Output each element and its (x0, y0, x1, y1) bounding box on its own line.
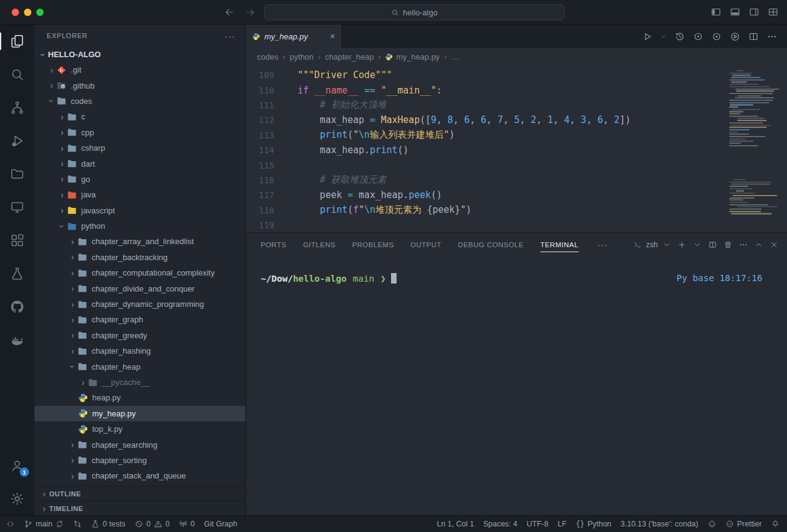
tree-item-python[interactable]: ›python (34, 218, 245, 234)
tree-item-chapter_heap[interactable]: ›chapter_heap (34, 359, 245, 374)
panel-tab-terminal[interactable]: TERMINAL (540, 233, 579, 256)
navigate-forward-icon[interactable] (245, 7, 256, 18)
new-terminal[interactable] (678, 240, 686, 249)
panel-tab-output[interactable]: OUTPUT (411, 233, 441, 256)
kill-terminal[interactable] (724, 240, 732, 249)
git-graph-status[interactable]: Git Graph (204, 516, 237, 532)
panel-tab-problems[interactable]: PROBLEMS (352, 233, 394, 256)
panel-tabs-more-icon[interactable]: ··· (598, 240, 608, 250)
minimap[interactable] (729, 70, 777, 215)
language-mode[interactable]: {}Python (576, 516, 612, 532)
breadcrumb-item-my_heap.py[interactable]: my_heap.py (385, 52, 440, 62)
customize-layout-icon[interactable] (768, 7, 778, 17)
tree-item-__pycache__[interactable]: ›__pycache__ (34, 375, 245, 390)
panel-tab-debug-console[interactable]: DEBUG CONSOLE (458, 233, 524, 256)
terminal-profiles-dropdown[interactable] (693, 240, 702, 249)
file-history-icon[interactable] (674, 31, 685, 42)
activity-item-search[interactable] (0, 58, 34, 91)
activity-item-docker[interactable] (0, 324, 34, 357)
tree-item-chapter_dynamic_programming[interactable]: ›chapter_dynamic_programming (34, 296, 245, 312)
tree-item-chapter_backtracking[interactable]: ›chapter_backtracking (34, 250, 245, 265)
terminal[interactable]: ~/Dow/hello-algo main ❯ Py base 18:17:16 (246, 256, 787, 515)
ports-status[interactable]: 0 (179, 516, 195, 532)
breadcrumb-item-chapter_heap[interactable]: chapter_heap (325, 52, 374, 62)
activity-item-source-control[interactable] (0, 91, 34, 124)
activity-item-settings[interactable] (0, 482, 34, 515)
activity-item-remote-explorer[interactable] (0, 191, 34, 224)
feedback[interactable] (708, 516, 716, 532)
activity-item-project-manager[interactable] (0, 157, 34, 191)
tree-item-csharp[interactable]: ›csharp (34, 140, 245, 156)
tests-status[interactable]: 0 tests (91, 516, 125, 532)
toggle-primary-sidebar-icon[interactable] (711, 7, 721, 17)
tree-item-codes[interactable]: ›codes (34, 93, 245, 109)
close-window-button[interactable] (12, 9, 19, 16)
remote-indicator[interactable] (6, 516, 15, 532)
minimize-window-button[interactable] (24, 9, 31, 16)
tree-item-cpp[interactable]: ›cpp (34, 125, 245, 140)
breadcrumb-item-[interactable]: … (451, 52, 459, 62)
tree-item-top_k.py[interactable]: top_k.py (34, 421, 245, 437)
sidebar-section-timeline[interactable]: ›TIMELINE (34, 501, 245, 515)
activity-item-explorer[interactable] (0, 25, 34, 58)
activity-item-extensions[interactable] (0, 224, 34, 257)
prettier-status[interactable]: Prettier (726, 516, 762, 532)
tree-item-java[interactable]: ›java (34, 187, 245, 202)
split-terminal[interactable] (708, 240, 717, 249)
more-actions-icon[interactable] (767, 31, 777, 42)
panel-tab-gitlens[interactable]: GITLENS (303, 233, 336, 256)
toggle-panel-icon[interactable] (730, 7, 740, 17)
activity-item-testing[interactable] (0, 257, 34, 290)
breadcrumb-item-python[interactable]: python (290, 52, 314, 62)
maximize-panel[interactable] (754, 240, 763, 249)
gitlens-compare-icon[interactable] (693, 31, 703, 42)
run-dropdown-icon[interactable] (660, 31, 666, 42)
notifications[interactable] (771, 516, 780, 532)
tab-my-heap[interactable]: my_heap.py × (246, 25, 342, 48)
python-interpreter[interactable]: 3.10.13 ('base': conda) (620, 516, 698, 532)
close-panel[interactable] (770, 240, 778, 249)
tree-item-chapter_greedy[interactable]: ›chapter_greedy (34, 328, 245, 343)
sidebar-more-actions[interactable]: ··· (224, 31, 235, 41)
tree-item-chapter_sorting[interactable]: ›chapter_sorting (34, 453, 245, 468)
activity-item-github[interactable] (0, 290, 34, 324)
tree-item-chapter_computational_complexity[interactable]: ›chapter_computational_complexity (34, 265, 245, 280)
encoding[interactable]: UTF-8 (527, 516, 548, 532)
tree-item-chapter_array_and_linkedlist[interactable]: ›chapter_array_and_linkedlist (34, 234, 245, 249)
panel-tab-ports[interactable]: PORTS (261, 233, 287, 256)
tree-item-chapter_divide_and_conquer[interactable]: ›chapter_divide_and_conquer (34, 280, 245, 296)
code-editor[interactable]: 109"""Driver Code"""110if __name__ == "_… (246, 65, 787, 232)
tree-item-dart[interactable]: ›dart (34, 156, 245, 171)
problems-status[interactable]: 00 (135, 516, 170, 532)
branch-status[interactable]: main (24, 516, 64, 532)
gitlens-compare-status[interactable] (73, 516, 82, 532)
terminal-shell-selector[interactable]: zsh (633, 240, 671, 249)
sidebar-section-outline[interactable]: ›OUTLINE (34, 486, 245, 501)
indentation[interactable]: Spaces: 4 (483, 516, 518, 532)
split-editor-icon[interactable] (748, 31, 759, 42)
eol-sequence[interactable]: LF (558, 516, 567, 532)
tree-item-c[interactable]: ›c (34, 109, 245, 124)
activity-item-run-and-debug[interactable] (0, 124, 34, 157)
close-tab-icon[interactable]: × (330, 32, 335, 41)
tree-item-chapter_searching[interactable]: ›chapter_searching (34, 437, 245, 452)
toggle-secondary-sidebar-icon[interactable] (749, 7, 759, 17)
run-in-terminal-icon[interactable] (730, 31, 740, 42)
tree-item-.git[interactable]: ›.git (34, 62, 245, 77)
navigate-back-icon[interactable] (224, 7, 235, 18)
workspace-root-folder[interactable]: › HELLO-ALGO (34, 47, 245, 62)
cursor-position[interactable]: Ln 1, Col 1 (437, 516, 473, 532)
tree-item-.github[interactable]: ›.github (34, 77, 245, 93)
breadcrumb-item-codes[interactable]: codes (257, 52, 279, 62)
tree-item-heap.py[interactable]: heap.py (34, 390, 245, 405)
more-terminal-actions[interactable] (739, 240, 748, 249)
tree-item-chapter_stack_and_queue[interactable]: ›chapter_stack_and_queue (34, 468, 245, 483)
run-python-file-icon[interactable] (642, 31, 652, 42)
tree-item-chapter_hashing[interactable]: ›chapter_hashing (34, 343, 245, 359)
command-center-search[interactable]: hello-algo (264, 4, 564, 20)
activity-item-accounts[interactable]: 1 (0, 449, 34, 482)
tree-item-chapter_graph[interactable]: ›chapter_graph (34, 312, 245, 327)
tree-item-my_heap.py[interactable]: my_heap.py (34, 406, 245, 421)
zoom-window-button[interactable] (36, 9, 44, 16)
tree-item-go[interactable]: ›go (34, 172, 245, 187)
